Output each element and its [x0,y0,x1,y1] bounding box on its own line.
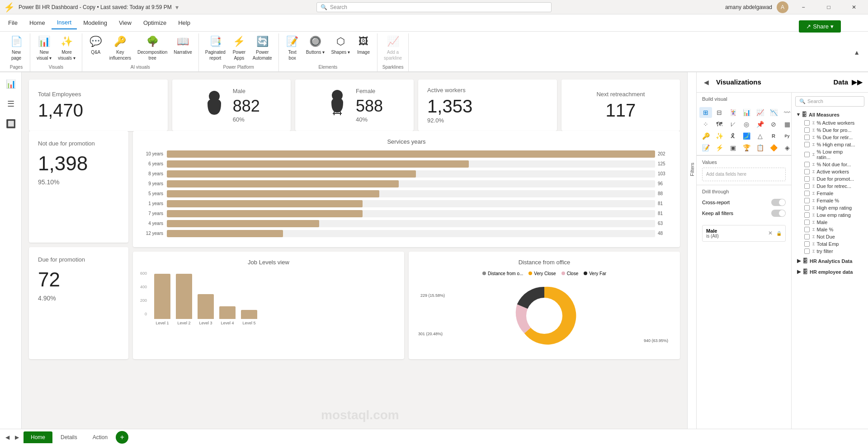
new-page-button[interactable]: 📄 Newpage [6,33,26,63]
paginated-report-button[interactable]: 📑 Paginatedreport [203,33,228,63]
tree-item-due-retrenc[interactable]: ΣDue for retrec... [795,183,864,190]
menu-view[interactable]: View [113,17,137,29]
power-apps-button[interactable]: ⚡ PowerApps [229,33,249,63]
add-tab-button[interactable]: + [116,431,128,444]
maximize-button[interactable]: □ [818,0,839,14]
share-button[interactable]: ↗ Share ▾ [799,20,841,33]
hr-analytics-header[interactable]: ▶ 🗄 HR Analytics Data [795,257,864,266]
all-measures-header[interactable]: ▾ 🗄 All Measures [795,110,864,119]
vis-icon-line[interactable]: 📉 [767,107,780,118]
filter-close-icon[interactable]: ✕ [768,230,773,236]
image-button[interactable]: 🖼 Image [354,33,373,57]
vis-icon-kpi[interactable]: 📌 [754,119,766,130]
vis-icon-funnel[interactable]: ⩗ [726,119,739,130]
vis-icon-slicer[interactable]: ⊘ [767,119,780,130]
vis-icon-scatter[interactable]: ⁘ [699,119,712,130]
tree-item-low-emp[interactable]: ΣLow emp rating [795,211,864,219]
vis-icon-table[interactable]: ⊞ [699,107,712,118]
vis-icon-ribbon[interactable]: 🎗 [726,131,739,141]
tab-action[interactable]: Action [85,431,115,443]
vis-icon-anomaly[interactable]: ⚡ [713,142,726,153]
vis-icon-ai[interactable]: ✨ [713,131,726,141]
tree-item-due-retir-pct[interactable]: Σ% Due for retir... [795,134,864,141]
nav-prev[interactable]: ◀ [4,432,11,442]
tree-item-due-pro-pct[interactable]: Σ% Due for pro... [795,126,864,134]
tree-item-due-promo[interactable]: ΣDue for promot... [795,175,864,183]
vis-icon-column[interactable]: 📈 [754,107,766,118]
qa-button[interactable]: 💬 Q&A [86,33,106,57]
ribbon-collapse[interactable]: ▲ [848,33,865,71]
vis-icon-py[interactable]: Py [781,131,792,141]
sidebar-table-view[interactable]: ☰ [3,96,19,112]
power-automate-button[interactable]: 🔄 PowerAutomate [250,33,275,63]
services-chart: Services years 10 years 202 6 years 125 … [133,131,680,247]
vis-icon-bullet[interactable]: ▣ [726,142,739,153]
vis-icon-area[interactable]: 〰 [781,107,792,118]
tree-item-low-emp-pct[interactable]: Σ% Low emp ratin... [795,148,864,161]
vis-icon-custom1[interactable]: 🏆 [740,142,753,153]
vis-icon-gauge[interactable]: ◎ [740,119,753,130]
tree-item-not-due-pct[interactable]: Σ% Not due for... [795,161,864,168]
narrative-button[interactable]: 📖 Narrative [171,33,195,57]
sidebar-model-view[interactable]: 🔲 [3,116,19,132]
vis-icon-custom4[interactable]: ◈ [781,142,792,153]
tab-details[interactable]: Details [53,431,85,443]
hr-employee-header[interactable]: ▶ 🗄 HR employee data [795,267,864,276]
shapes-button[interactable]: ⬡ Shapes ▾ [328,33,353,57]
legend-very-far: Very Far [584,271,606,276]
tree-item-high-emp[interactable]: ΣHigh emp rating [795,204,864,211]
add-sparkline-button[interactable]: 📈 Add asparkline [381,33,405,63]
sidebar-report-view[interactable]: 📊 [3,76,19,92]
title-search[interactable]: 🔍 Search [316,2,552,12]
filter-lock-icon[interactable]: 🔒 [776,231,782,236]
tree-item-total-emp[interactable]: ΣTotal Emp [795,240,864,248]
text-box-button[interactable]: 📝 Textbox [283,33,302,63]
keep-filters-toggle[interactable] [771,210,786,217]
menu-help[interactable]: Help [173,17,196,29]
tree-item-active-workers-pct[interactable]: Σ% Active workers [795,119,864,126]
panel-expand-right[interactable]: ▶▶ [852,78,863,86]
close-button[interactable]: ✕ [844,0,864,14]
tab-home[interactable]: Home [24,431,52,443]
title-dropdown[interactable]: ▾ [175,4,179,11]
tree-item-female-pct[interactable]: ΣFemale % [795,197,864,204]
tree-item-male-pct[interactable]: ΣMale % [795,226,864,233]
vis-icon-matrix[interactable]: ⊟ [713,107,726,118]
tree-item-try-filter[interactable]: Σtry filter [795,248,864,255]
menu-modeling[interactable]: Modeling [78,17,113,29]
tree-item-active-workers[interactable]: ΣActive workers [795,168,864,175]
tree-item-female[interactable]: ΣFemale [795,190,864,197]
key-influencers-button[interactable]: 🔑 Keyinfluencers [107,33,134,63]
bar-track [167,160,655,168]
data-search[interactable]: 🔍 Search [795,96,864,107]
decomposition-tree-button[interactable]: 🌳 Decompositiontree [135,33,170,63]
menu-home[interactable]: Home [24,17,51,29]
vis-icon-filled-map[interactable]: 🗾 [740,131,753,141]
buttons-button[interactable]: 🔘 Buttons ▾ [303,33,328,57]
filters-tab[interactable]: Filters [687,72,696,445]
menu-optimize[interactable]: Optimize [138,17,172,29]
menu-insert[interactable]: Insert [52,17,77,29]
vis-icon-treemap[interactable]: ▦ [781,119,792,130]
minimize-button[interactable]: − [793,0,814,14]
tree-item-male[interactable]: ΣMale [795,219,864,226]
vis-icon-shape-map[interactable]: △ [754,131,766,141]
vis-icon-custom2[interactable]: 📋 [754,142,766,153]
avatar[interactable]: A [777,1,788,13]
more-visuals-button[interactable]: ✨ Morevisuals ▾ [55,33,78,63]
new-visual-button[interactable]: 📊 Newvisual ▾ [34,33,54,63]
vis-icon-map[interactable]: 🗺 [713,119,726,130]
vis-icon-custom3[interactable]: 🔶 [767,142,780,153]
values-drop-zone[interactable]: Add data fields here [702,168,786,181]
vis-icon-narrative[interactable]: 📝 [699,142,712,153]
panel-collapse-left[interactable]: ◀ [702,77,711,88]
vis-icon-bar[interactable]: 📊 [740,107,753,118]
menu-file[interactable]: File [3,17,23,29]
vis-icon-decomp[interactable]: 🔑 [699,131,712,141]
tree-item-not-due[interactable]: ΣNot Due [795,233,864,240]
vis-icon-card[interactable]: 🃏 [726,107,739,118]
tree-item-high-emp-pct[interactable]: Σ% High emp rat... [795,141,864,148]
nav-next[interactable]: ▶ [13,432,21,442]
vis-icon-r[interactable]: R [767,131,780,141]
cross-report-toggle[interactable] [771,199,786,206]
